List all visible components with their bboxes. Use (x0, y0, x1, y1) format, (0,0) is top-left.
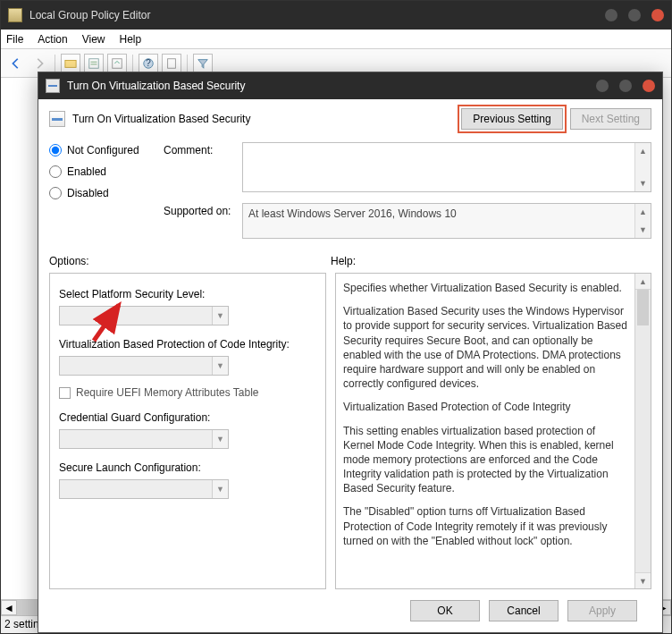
chevron-down-icon: ▼ (212, 480, 228, 498)
dialog-titlebar[interactable]: Turn On Virtualization Based Security (38, 72, 662, 99)
radio-disabled-label: Disabled (67, 187, 109, 199)
help-p4: This setting enables virtualization base… (343, 424, 627, 496)
options-label: Options: (49, 255, 331, 267)
dialog-header-row: Turn On Virtualization Based Security Pr… (49, 108, 651, 130)
comment-label: Comment: (164, 142, 235, 192)
supported-on-box: At least Windows Server 2016, Windows 10… (242, 203, 651, 239)
tool-help-icon[interactable]: ? (139, 54, 158, 73)
help-p3: Virtualization Based Protection of Code … (343, 400, 627, 414)
chevron-down-icon: ▼ (212, 357, 228, 375)
policy-dialog: Turn On Virtualization Based Security Tu… (38, 72, 663, 633)
scroll-left-icon[interactable]: ◄ (1, 600, 17, 615)
comment-textarea[interactable]: ▲▼ (242, 142, 651, 192)
apply-button[interactable]: Apply (567, 600, 637, 621)
radio-enabled[interactable]: Enabled (49, 165, 156, 178)
comment-scroll[interactable]: ▲▼ (634, 143, 651, 191)
svg-rect-1 (89, 58, 99, 68)
opt-vbpci-select[interactable]: ▼ (59, 356, 229, 376)
dialog-minimize-button[interactable] (596, 80, 609, 92)
radio-not-configured-input[interactable] (49, 144, 62, 156)
opt-platform-select[interactable]: ▼ (59, 306, 229, 325)
supported-label: Supported on: (164, 203, 235, 239)
separator (55, 55, 55, 72)
separator (187, 55, 188, 72)
tool-export-icon[interactable] (107, 54, 127, 73)
radio-disabled[interactable]: Disabled (49, 187, 156, 199)
scroll-thumb[interactable] (637, 290, 649, 325)
help-label: Help: (331, 255, 356, 267)
scroll-down-icon[interactable]: ▼ (635, 175, 651, 191)
help-p5: The "Disabled" option turns off Virtuali… (343, 504, 627, 548)
scroll-down-icon[interactable]: ▼ (635, 222, 651, 238)
panels: Select Platform Security Level: ▼ Virtua… (49, 273, 651, 589)
opt-uefi-label: Require UEFI Memory Attributes Table (76, 386, 259, 399)
gpedit-icon (8, 8, 22, 22)
menu-view[interactable]: View (82, 33, 105, 46)
svg-rect-7 (168, 58, 176, 68)
dialog-title: Turn On Virtualization Based Security (67, 80, 585, 92)
help-p1: Specifies whether Virtualization Based S… (343, 281, 627, 295)
maximize-button[interactable] (628, 9, 641, 21)
dialog-button-row: OK Cancel Apply (49, 589, 651, 632)
options-panel: Select Platform Security Level: ▼ Virtua… (49, 273, 326, 589)
forward-icon[interactable] (29, 54, 49, 73)
menu-action[interactable]: Action (38, 33, 67, 46)
menu-file[interactable]: File (6, 33, 23, 46)
scroll-up-icon[interactable]: ▲ (635, 274, 651, 290)
radio-disabled-input[interactable] (49, 187, 62, 199)
separator (132, 55, 133, 72)
opt-securelaunch-select[interactable]: ▼ (59, 479, 229, 499)
chevron-down-icon: ▼ (212, 307, 228, 325)
svg-text:?: ? (146, 57, 151, 68)
close-button[interactable] (651, 9, 664, 21)
back-icon[interactable] (6, 54, 26, 73)
opt-vbpci-label: Virtualization Based Protection of Code … (59, 338, 316, 351)
scroll-down-icon[interactable]: ▼ (635, 572, 651, 588)
help-p2: Virtualization Based Security uses the W… (343, 304, 627, 391)
tool-props-icon[interactable] (162, 54, 181, 73)
parent-titlebar[interactable]: Local Group Policy Editor (1, 1, 671, 30)
help-text: Specifies whether Virtualization Based S… (336, 274, 634, 588)
menubar: File Action View Help (1, 30, 671, 49)
supported-on-text: At least Windows Server 2016, Windows 10 (248, 207, 457, 220)
svg-rect-4 (113, 58, 122, 68)
radio-enabled-label: Enabled (67, 165, 106, 178)
radio-not-configured-label: Not Configured (67, 144, 139, 156)
tool-list-icon[interactable] (84, 54, 104, 73)
tool-filter-icon[interactable] (193, 54, 213, 73)
svg-rect-0 (65, 60, 76, 67)
menu-help[interactable]: Help (120, 33, 142, 46)
radio-enabled-input[interactable] (49, 165, 62, 178)
dialog-body: Turn On Virtualization Based Security Pr… (38, 99, 662, 632)
chevron-down-icon: ▼ (212, 430, 228, 448)
dialog-maximize-button[interactable] (619, 80, 632, 92)
setting-heading: Turn On Virtualization Based Security (72, 113, 454, 125)
opt-credguard-select[interactable]: ▼ (59, 429, 229, 449)
setting-grid: Not Configured Enabled Disabled Comment:… (49, 142, 651, 239)
ok-button[interactable]: OK (410, 600, 480, 621)
policy-icon (46, 79, 60, 93)
tool-folder-icon[interactable] (61, 54, 80, 73)
setting-icon (49, 111, 65, 127)
help-panel: Specifies whether Virtualization Based S… (335, 273, 651, 589)
scroll-up-icon[interactable]: ▲ (635, 204, 651, 220)
radio-not-configured[interactable]: Not Configured (49, 144, 156, 156)
minimize-button[interactable] (605, 9, 617, 21)
dialog-close-button[interactable] (643, 80, 655, 92)
scroll-track[interactable] (635, 290, 651, 572)
opt-credguard-label: Credential Guard Configuration: (59, 411, 316, 424)
section-labels: Options: Help: (49, 255, 651, 267)
state-radio-group: Not Configured Enabled Disabled (49, 142, 156, 239)
help-scrollbar[interactable]: ▲ ▼ (634, 274, 651, 588)
supported-scroll[interactable]: ▲▼ (634, 204, 651, 238)
cancel-button[interactable]: Cancel (489, 600, 559, 621)
opt-uefi-checkbox[interactable] (59, 387, 71, 399)
opt-platform-label: Select Platform Security Level: (59, 288, 316, 300)
parent-title: Local Group Policy Editor (29, 9, 594, 21)
opt-securelaunch-label: Secure Launch Configuration: (59, 461, 316, 474)
scroll-up-icon[interactable]: ▲ (635, 143, 651, 159)
next-setting-button[interactable]: Next Setting (570, 108, 651, 130)
opt-uefi-checkbox-row[interactable]: Require UEFI Memory Attributes Table (59, 386, 316, 399)
previous-setting-button[interactable]: Previous Setting (461, 108, 562, 130)
